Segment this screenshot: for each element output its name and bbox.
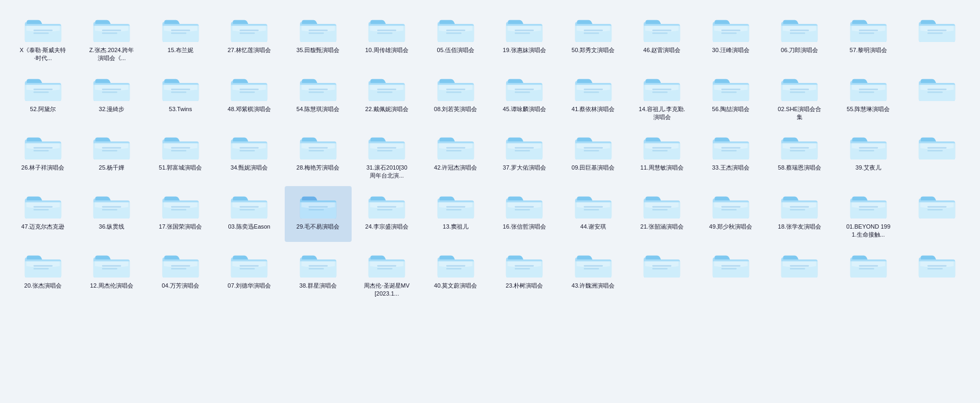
svg-rect-84 xyxy=(33,206,53,208)
folder-icon xyxy=(574,248,612,279)
folder-item[interactable]: 29.毛不易演唱会 xyxy=(285,186,352,242)
folder-item[interactable] xyxy=(904,186,971,242)
svg-rect-65 xyxy=(309,150,324,152)
folder-item[interactable]: 42.许冠杰演唱会 xyxy=(422,127,489,183)
folder-item[interactable]: 47.迈克尔杰克逊 xyxy=(10,186,76,242)
folder-item[interactable]: 15.布兰妮 xyxy=(147,10,214,65)
folder-item[interactable]: 01.BEYOND 1991.生命接触... xyxy=(835,186,902,242)
folder-item[interactable]: 17.张国荣演唱会 xyxy=(147,186,214,242)
folder-label: 21.张韶涵演唱会 xyxy=(641,223,684,231)
folder-item[interactable]: 22.戴佩妮演唱会 xyxy=(354,69,421,124)
folder-item[interactable]: 57.黎明演唱会 xyxy=(835,10,902,65)
svg-rect-124 xyxy=(446,265,465,266)
folder-item[interactable]: 32.漫綺步 xyxy=(79,69,146,124)
svg-rect-19 xyxy=(652,32,668,34)
folder-item[interactable]: 45.谭咏麟演唱会 xyxy=(491,69,558,124)
folder-item[interactable]: 58.蔡瑞恩演唱会 xyxy=(766,127,833,183)
svg-rect-138 xyxy=(927,265,947,266)
folder-item[interactable]: 12.周杰伦演唱会 xyxy=(79,245,146,301)
folder-item[interactable]: 24.李宗盛演唱会 xyxy=(354,186,421,242)
folder-label: 46.赵雷演唱会 xyxy=(643,46,680,54)
folder-item[interactable]: 46.赵雷演唱会 xyxy=(629,10,696,65)
folder-item[interactable]: 02.SHE演唱会合集 xyxy=(766,69,833,124)
folder-label: 04.万芳演唱会 xyxy=(162,282,199,290)
folder-item[interactable]: 06.刀郎演唱会 xyxy=(766,10,833,65)
folder-item[interactable]: 11.周慧敏演唱会 xyxy=(629,127,696,183)
folder-item[interactable]: 40.莫文蔚演唱会 xyxy=(422,245,489,301)
folder-item[interactable]: 05.伍佰演唱会 xyxy=(422,10,489,65)
folder-label: 48.邓紫棋演唱会 xyxy=(228,105,271,113)
folder-item[interactable]: 19.张惠妹演唱会 xyxy=(491,10,558,65)
folder-item[interactable]: 43.许魏洲演唱会 xyxy=(560,245,627,301)
folder-item[interactable]: 周杰伦·圣诞星MV [2023.1... xyxy=(354,245,421,301)
svg-rect-85 xyxy=(33,209,49,211)
folder-label: 45.谭咏麟演唱会 xyxy=(503,105,546,113)
folder-item[interactable]: 21.张韶涵演唱会 xyxy=(629,186,696,242)
folder-item[interactable]: 56.陶喆演唱会 xyxy=(697,69,764,124)
folder-item[interactable]: 33.王杰演唱会 xyxy=(697,127,764,183)
folder-item[interactable]: Z.张杰.2024.跨年演唱会《... xyxy=(79,10,146,65)
svg-rect-126 xyxy=(515,265,534,266)
folder-item[interactable] xyxy=(904,127,971,183)
folder-item[interactable]: 04.万芳演唱会 xyxy=(147,245,214,301)
folder-item[interactable]: 13.窦祖儿 xyxy=(422,186,489,242)
folder-item[interactable]: 25.杨千嬅 xyxy=(79,127,146,183)
folder-item[interactable]: 26.林子祥演唱会 xyxy=(10,127,76,183)
folder-item[interactable]: 28.梅艳芳演唱会 xyxy=(285,127,352,183)
folder-icon xyxy=(299,189,337,220)
folder-item[interactable]: 34.甄妮演唱会 xyxy=(216,127,283,183)
folder-item[interactable]: 30.汪峰演唱会 xyxy=(697,10,764,65)
folder-item[interactable]: 52.阿黛尔 xyxy=(10,69,76,124)
svg-rect-89 xyxy=(171,209,186,211)
svg-rect-34 xyxy=(240,88,259,90)
folder-item[interactable]: 48.邓紫棋演唱会 xyxy=(216,69,283,124)
folder-item[interactable]: 03.陈奕迅Eason xyxy=(216,186,283,242)
folder-item[interactable]: 27.林忆莲演唱会 xyxy=(216,10,283,65)
folder-item[interactable]: 23.朴树演唱会 xyxy=(491,245,558,301)
folder-item[interactable]: 18.张学友演唱会 xyxy=(766,186,833,242)
folder-item[interactable]: 41.蔡依林演唱会 xyxy=(560,69,627,124)
folder-item[interactable]: 37.罗大佑演唱会 xyxy=(491,127,558,183)
folder-item[interactable]: 35.田馥甄演唱会 xyxy=(285,10,352,65)
folder-item[interactable] xyxy=(835,245,902,301)
folder-item[interactable]: 54.陈慧琪演唱会 xyxy=(285,69,352,124)
folder-item[interactable]: 49.郑少秋演唱会 xyxy=(697,186,764,242)
svg-rect-133 xyxy=(721,268,737,270)
svg-rect-75 xyxy=(652,150,668,152)
folder-item[interactable]: 39.艾夜儿 xyxy=(835,127,902,183)
folder-item[interactable] xyxy=(904,69,971,124)
folder-item[interactable] xyxy=(697,245,764,301)
folder-item[interactable]: 20.张杰演唱会 xyxy=(10,245,76,301)
folder-item[interactable]: 38.群星演唱会 xyxy=(285,245,352,301)
svg-rect-128 xyxy=(584,265,603,266)
folder-item[interactable]: X《泰勒·斯威夫特·时代... xyxy=(10,10,76,65)
folder-label: 49.郑少秋演唱会 xyxy=(709,223,752,231)
folder-item[interactable]: 09.田巨基演唱会 xyxy=(560,127,627,183)
svg-rect-86 xyxy=(102,206,121,208)
folder-item[interactable] xyxy=(904,245,971,301)
folder-icon xyxy=(161,13,200,44)
folder-item[interactable] xyxy=(766,245,833,301)
svg-rect-73 xyxy=(584,150,599,152)
folder-item[interactable]: 31.滚石2010[30周年台北演... xyxy=(354,127,421,183)
folder-item[interactable]: 16.张信哲演唱会 xyxy=(491,186,558,242)
svg-rect-52 xyxy=(859,88,878,90)
svg-rect-25 xyxy=(859,32,874,34)
folder-item[interactable]: 08.刘若英演唱会 xyxy=(422,69,489,124)
folder-item[interactable]: 36.纵贯线 xyxy=(79,186,146,242)
folder-item[interactable]: 50.郑秀文演唱会 xyxy=(560,10,627,65)
svg-rect-121 xyxy=(309,268,324,270)
folder-item[interactable] xyxy=(904,10,971,65)
folder-label: 41.蔡依林演唱会 xyxy=(572,105,615,113)
folder-label: 58.蔡瑞恩演唱会 xyxy=(778,164,821,172)
folder-item[interactable]: 51.郭富城演唱会 xyxy=(147,127,214,183)
folder-item[interactable]: 44.谢安琪 xyxy=(560,186,627,242)
folder-item[interactable]: 55.阵慧琳演唱会 xyxy=(835,69,902,124)
folder-item[interactable]: 53.Twins xyxy=(147,69,214,124)
folder-item[interactable]: 10.周传雄演唱会 xyxy=(354,10,421,65)
folder-item[interactable]: 07.刘德华演唱会 xyxy=(216,245,283,301)
folder-label: 09.田巨基演唱会 xyxy=(572,164,615,172)
folder-item[interactable]: 14.容祖儿.李克勤.演唱会 xyxy=(629,69,696,124)
folder-label: 06.刀郎演唱会 xyxy=(781,46,818,54)
folder-item[interactable] xyxy=(629,245,696,301)
